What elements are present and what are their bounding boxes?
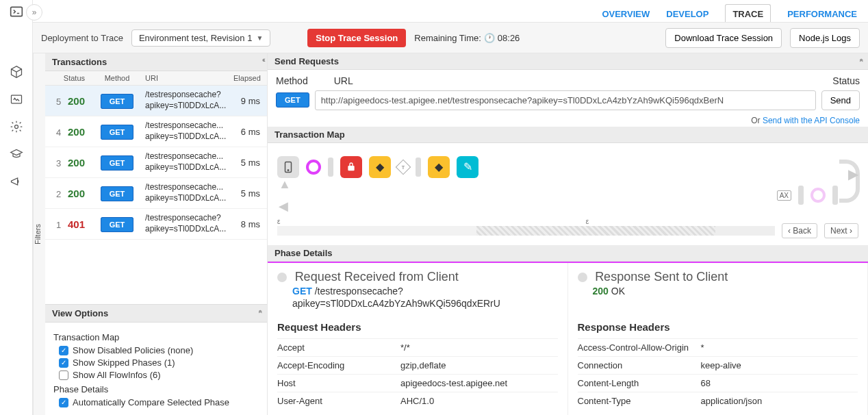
cb-flowinfos[interactable]: Show All FlowInfos (6): [59, 370, 259, 380]
terminal-icon[interactable]: [9, 4, 24, 19]
policy-route-icon[interactable]: ◆: [369, 156, 391, 178]
collapse-icon[interactable]: ‹‹: [256, 310, 264, 312]
expand-rail-button[interactable]: »: [26, 4, 42, 21]
transactions-header: Transactions ‹‹: [45, 53, 267, 71]
method-pill: GET: [101, 186, 134, 201]
policy-lock-icon[interactable]: [340, 156, 362, 178]
tab-develop[interactable]: DEVELOP: [666, 9, 709, 19]
cb-autocompare[interactable]: ✓Automatically Compare Selected Phase: [59, 397, 259, 407]
phase-dot-icon: [578, 273, 587, 282]
header-row: Accept*/*: [277, 338, 558, 356]
collapse-icon[interactable]: ‹‹: [857, 58, 865, 60]
environment-dropdown[interactable]: Environment test, Revision 1▼: [131, 29, 270, 47]
flow-bar: [416, 158, 421, 177]
flow-bar: [832, 186, 838, 205]
method-pill: GET: [101, 94, 134, 109]
client-node-icon[interactable]: [277, 156, 299, 178]
header-row: Connectionkeep-alive: [578, 356, 858, 374]
chevron-down-icon: ▼: [256, 34, 263, 42]
transactions-list: 5 200GET/testresponsecache?apikey=sTl0DD…: [45, 86, 267, 304]
method-pill: GET: [101, 217, 134, 232]
arrow-left-icon: ◀: [279, 199, 288, 214]
response-sent-title: Response Sent to Client: [595, 270, 728, 284]
phase-dot-icon: [277, 273, 287, 282]
dashboard-icon[interactable]: [9, 92, 24, 107]
flow-marker[interactable]: [810, 188, 826, 203]
response-headers-title: Response Headers: [578, 321, 858, 333]
transaction-row[interactable]: 5 200GET/testresponsecache?apikey=sTl0DD…: [45, 86, 267, 116]
back-button[interactable]: ‹ Back: [782, 223, 817, 238]
transaction-row[interactable]: 1 401GET/testresponsecache?apikey=sTl0DD…: [45, 209, 267, 240]
request-headers-title: Request Headers: [277, 321, 558, 333]
clock-icon: 🕐: [484, 33, 495, 43]
svg-point-4: [288, 169, 289, 171]
header-row: Hostapigeedocs-test.apigee.net: [277, 374, 558, 392]
header-row: User-AgentAHC/1.0: [277, 392, 558, 410]
download-trace-button[interactable]: Download Trace Session: [665, 28, 782, 48]
url-input[interactable]: [315, 90, 816, 110]
condition-icon[interactable]: T: [396, 159, 411, 175]
status-label: Status: [832, 75, 860, 86]
send-button[interactable]: Send: [821, 90, 860, 110]
filters-sidebar-toggle[interactable]: Filters: [33, 53, 45, 415]
method-pill: GET: [101, 155, 134, 171]
tab-overview[interactable]: OVERVIEW: [602, 9, 650, 19]
gear-icon[interactable]: [9, 119, 24, 134]
nodejs-logs-button[interactable]: Node.js Logs: [790, 28, 860, 48]
education-icon[interactable]: [9, 147, 24, 162]
transactions-columns: Status Method URI Elapsed: [45, 71, 267, 86]
deployment-label: Deployment to Trace: [41, 33, 123, 43]
flow-bar: [798, 186, 804, 205]
svg-rect-0: [10, 7, 22, 16]
method-label: Method: [276, 75, 308, 86]
transaction-row[interactable]: 4 200GET/testresponsecache...apikey=sTl0…: [45, 116, 267, 147]
url-label: URL: [334, 75, 353, 86]
svg-rect-1: [11, 95, 21, 103]
api-console-link[interactable]: Send with the API Console: [763, 116, 860, 125]
timeline-track[interactable]: ε ε: [277, 226, 775, 236]
view-options-header: View Options ‹‹: [45, 305, 267, 323]
vo-map-label: Transaction Map: [53, 332, 259, 342]
ax-badge: AX: [777, 190, 791, 201]
timeline: ε ε ‹ Back Next ›: [268, 219, 868, 245]
send-method-pill[interactable]: GET: [276, 92, 309, 108]
header-row: Accept-Encodinggzip,deflate: [277, 356, 558, 374]
remaining-time: Remaining Time: 🕐 08:26: [414, 33, 520, 43]
tab-trace[interactable]: TRACE: [725, 4, 771, 23]
header-row: Content-Length68: [578, 374, 858, 392]
cb-disabled-policies[interactable]: ✓Show Disabled Policies (none): [59, 345, 259, 355]
transaction-map-header: Transaction Map: [268, 127, 868, 143]
vo-phase-label: Phase Details: [53, 384, 259, 394]
header-row: Content-Typeapplication/json: [578, 392, 858, 410]
trace-toolbar: Deployment to Trace Environment test, Re…: [33, 22, 868, 53]
policy-edit-icon[interactable]: ✎: [457, 156, 478, 178]
stop-trace-button[interactable]: Stop Trace Session: [307, 29, 406, 47]
transaction-map: ▶ ▲ ◆ T ◆ ✎: [268, 143, 868, 219]
or-console: Or Send with the API Console: [268, 113, 868, 127]
policy-route-icon[interactable]: ◆: [428, 156, 450, 178]
flow-bar: [328, 158, 333, 177]
cb-skipped-phases[interactable]: ✓Show Skipped Phases (1): [59, 357, 259, 368]
tab-nav: OVERVIEW DEVELOP TRACE PERFORMANCE: [33, 0, 868, 22]
left-rail: [0, 0, 33, 415]
send-requests-header: Send Requests ‹‹: [268, 53, 868, 70]
transaction-row[interactable]: 2 200GET/testresponsecache...apikey=sTl0…: [45, 178, 267, 209]
header-row: Access-Control-Allow-Origin*: [578, 338, 858, 356]
flow-marker[interactable]: [306, 160, 321, 175]
svg-point-2: [14, 125, 18, 129]
package-icon[interactable]: [9, 64, 24, 79]
request-received-title: Request Received from Client: [295, 270, 459, 284]
next-button[interactable]: Next ›: [824, 223, 858, 238]
collapse-icon[interactable]: ‹‹: [262, 55, 264, 64]
megaphone-icon[interactable]: [9, 174, 24, 189]
tab-performance[interactable]: PERFORMANCE: [787, 9, 857, 19]
phase-details-header: Phase Details: [268, 245, 868, 262]
transaction-row[interactable]: 3 200GET/testresponsecache...apikey=sTl0…: [45, 147, 267, 178]
method-pill: GET: [101, 125, 134, 140]
